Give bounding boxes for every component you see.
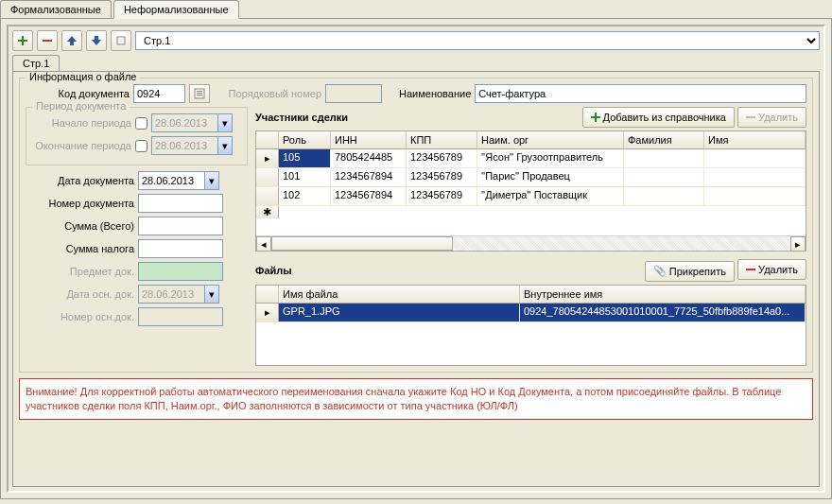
sum-tax-label: Сумма налога (26, 243, 134, 254)
files-title: Файлы (255, 265, 292, 276)
remove-page-button[interactable] (37, 30, 58, 51)
base-date-input (138, 285, 204, 304)
name-label: Наименование (399, 88, 471, 99)
file-info-legend: Информация о файле (26, 71, 140, 82)
files-grid[interactable]: Имя файла Внутреннее имя ▸ GPR_1.JPG 092… (255, 285, 806, 366)
period-start-enable-checkbox[interactable] (135, 117, 147, 130)
subject-input[interactable] (138, 262, 223, 281)
col-kpp[interactable]: КПП (407, 131, 477, 148)
svg-rect-2 (43, 40, 52, 42)
file-info-fieldset: Информация о файле Код документа Порядко… (19, 78, 813, 373)
base-no-input (138, 307, 223, 326)
period-start-label: Начало периода (32, 117, 131, 129)
page-picker-button[interactable] (111, 30, 131, 51)
sum-tax-input[interactable] (138, 239, 223, 258)
tab-formal[interactable]: Формализованные (0, 0, 112, 18)
svg-rect-3 (117, 37, 125, 44)
subject-label: Предмет док. (26, 266, 134, 277)
col-firstname[interactable]: Имя (704, 131, 806, 148)
svg-rect-1 (18, 40, 27, 42)
page-select[interactable]: Стр.1 (135, 31, 820, 50)
base-date-label: Дата осн. док. (26, 288, 134, 300)
svg-rect-9 (591, 116, 600, 118)
add-participant-button[interactable]: Добавить из справочника (582, 107, 735, 128)
outer-tabs: Формализованные Неформализованные (0, 0, 832, 19)
ord-number-input (325, 84, 382, 103)
col-lastname[interactable]: Фамилия (624, 131, 704, 148)
base-date-dd[interactable]: ▾ (204, 285, 219, 304)
inner-tab-page[interactable]: Стр.1 (12, 55, 60, 71)
toolbar: Стр.1 (12, 30, 820, 51)
arrow-down-button[interactable] (86, 30, 107, 51)
table-row[interactable]: ▸ 105 7805424485 123456789 ''Ясон'' Груз… (256, 149, 806, 168)
add-page-button[interactable] (12, 30, 33, 51)
name-input[interactable] (475, 84, 806, 103)
participants-grid[interactable]: Роль ИНН КПП Наим. орг Фамилия Имя ▸ 105… (255, 130, 806, 252)
table-row[interactable]: 101 1234567894 123456789 ''Парис'' Прода… (256, 168, 806, 187)
period-end-label: Окончание периода (32, 140, 131, 151)
period-fieldset: Период документа Начало периода ▾ Оконча… (26, 107, 248, 165)
svg-rect-7 (197, 95, 202, 96)
svg-rect-10 (746, 116, 755, 118)
svg-rect-6 (197, 93, 202, 94)
table-row[interactable]: 102 1234567894 123456789 ''Диметра'' Пос… (256, 187, 806, 206)
col-org[interactable]: Наим. орг (477, 131, 624, 148)
doc-date-dd[interactable]: ▾ (204, 171, 219, 190)
col-iname[interactable]: Внутреннее имя (520, 286, 806, 303)
sum-total-input[interactable] (138, 217, 223, 235)
period-end-dd[interactable]: ▾ (217, 136, 233, 155)
period-start-input (151, 113, 217, 132)
base-no-label: Номер осн.док. (26, 311, 134, 322)
doc-no-input[interactable] (138, 194, 223, 213)
ord-number-label: Порядковый номер (227, 88, 321, 99)
doc-code-input[interactable] (133, 84, 185, 103)
participants-hscroll[interactable]: ◂▸ (256, 235, 806, 251)
new-row[interactable]: ✱ (256, 206, 806, 218)
delete-file-button[interactable]: Удалить (737, 259, 806, 280)
col-role[interactable]: Роль (279, 131, 331, 148)
col-inn[interactable]: ИНН (331, 131, 407, 148)
participants-title: Участники сделки (255, 112, 348, 123)
tab-informal[interactable]: Неформализованные (113, 0, 239, 19)
period-start-dd[interactable]: ▾ (217, 113, 233, 132)
period-end-input (151, 136, 217, 155)
period-legend: Период документа (32, 100, 130, 112)
period-end-enable-checkbox[interactable] (135, 140, 147, 152)
doc-date-label: Дата документа (26, 175, 134, 186)
svg-rect-11 (746, 269, 755, 270)
arrow-up-button[interactable] (61, 30, 82, 51)
table-row[interactable]: ▸ GPR_1.JPG 0924_78054244853001010001_77… (256, 304, 806, 322)
delete-participant-button[interactable]: Удалить (737, 107, 806, 128)
doc-date-input[interactable] (138, 171, 204, 190)
doc-code-label: Код документа (26, 88, 130, 99)
col-fname[interactable]: Имя файла (279, 286, 520, 303)
sum-total-label: Сумма (Всего) (26, 220, 134, 232)
svg-rect-5 (197, 91, 202, 92)
doc-no-label: Номер документа (26, 198, 134, 209)
warning-text: Внимание! Для корректной работы автомати… (19, 378, 813, 421)
paperclip-icon: 📎 (653, 265, 667, 277)
doc-code-lookup-button[interactable] (189, 84, 210, 103)
attach-file-button[interactable]: 📎Прикрепить (645, 261, 735, 282)
